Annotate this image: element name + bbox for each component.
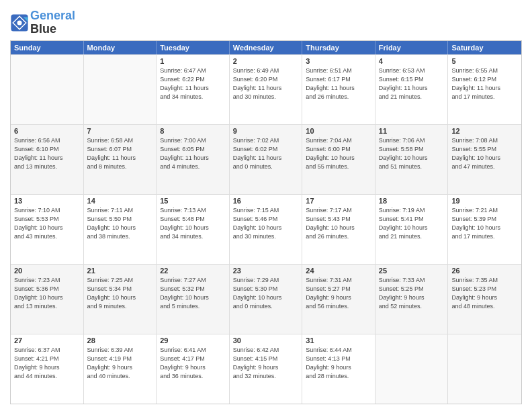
day-cell-22: 22Sunrise: 7:27 AM Sunset: 5:32 PM Dayli… bbox=[157, 265, 230, 334]
day-number: 30 bbox=[233, 336, 299, 345]
day-info: Sunrise: 7:04 AM Sunset: 6:00 PM Dayligh… bbox=[306, 136, 371, 171]
day-info: Sunrise: 6:49 AM Sunset: 6:20 PM Dayligh… bbox=[233, 66, 299, 101]
header: GeneralBlue bbox=[10, 7, 522, 36]
day-number: 11 bbox=[379, 127, 445, 135]
day-number: 16 bbox=[233, 197, 299, 205]
day-cell-17: 17Sunrise: 7:17 AM Sunset: 5:43 PM Dayli… bbox=[302, 195, 375, 264]
calendar-row-2: 6Sunrise: 6:56 AM Sunset: 6:10 PM Daylig… bbox=[11, 124, 521, 194]
day-cell-5: 5Sunrise: 6:55 AM Sunset: 6:12 PM Daylig… bbox=[448, 55, 521, 124]
day-info: Sunrise: 7:00 AM Sunset: 6:05 PM Dayligh… bbox=[160, 136, 226, 171]
day-cell-12: 12Sunrise: 7:08 AM Sunset: 5:55 PM Dayli… bbox=[448, 125, 521, 194]
day-cell-29: 29Sunrise: 6:41 AM Sunset: 4:17 PM Dayli… bbox=[157, 334, 230, 404]
day-number: 22 bbox=[160, 267, 226, 275]
day-number: 19 bbox=[451, 197, 518, 205]
day-cell-30: 30Sunrise: 6:42 AM Sunset: 4:15 PM Dayli… bbox=[230, 334, 303, 404]
day-cell-8: 8Sunrise: 7:00 AM Sunset: 6:05 PM Daylig… bbox=[157, 125, 230, 194]
day-number: 10 bbox=[306, 127, 371, 135]
day-info: Sunrise: 7:35 AM Sunset: 5:23 PM Dayligh… bbox=[451, 276, 518, 311]
day-cell-7: 7Sunrise: 6:58 AM Sunset: 6:07 PM Daylig… bbox=[84, 125, 157, 194]
day-cell-21: 21Sunrise: 7:25 AM Sunset: 5:34 PM Dayli… bbox=[84, 265, 157, 334]
day-cell-24: 24Sunrise: 7:31 AM Sunset: 5:27 PM Dayli… bbox=[302, 265, 375, 334]
day-cell-18: 18Sunrise: 7:19 AM Sunset: 5:41 PM Dayli… bbox=[375, 195, 449, 264]
day-info: Sunrise: 6:39 AM Sunset: 4:19 PM Dayligh… bbox=[87, 346, 153, 381]
day-number: 7 bbox=[87, 127, 153, 135]
day-info: Sunrise: 7:19 AM Sunset: 5:41 PM Dayligh… bbox=[379, 206, 445, 241]
day-info: Sunrise: 6:58 AM Sunset: 6:07 PM Dayligh… bbox=[87, 136, 153, 171]
day-cell-16: 16Sunrise: 7:15 AM Sunset: 5:46 PM Dayli… bbox=[230, 195, 303, 264]
day-number: 25 bbox=[379, 267, 445, 275]
day-number: 5 bbox=[451, 57, 518, 65]
day-number: 12 bbox=[451, 127, 518, 135]
logo-icon bbox=[10, 13, 29, 32]
day-info: Sunrise: 7:13 AM Sunset: 5:48 PM Dayligh… bbox=[160, 206, 226, 241]
calendar-row-5: 27Sunrise: 6:37 AM Sunset: 4:21 PM Dayli… bbox=[11, 334, 521, 404]
calendar-row-1: 1Sunrise: 6:47 AM Sunset: 6:22 PM Daylig… bbox=[11, 54, 521, 124]
day-number: 1 bbox=[160, 57, 226, 65]
day-number: 2 bbox=[233, 57, 299, 65]
day-cell-19: 19Sunrise: 7:21 AM Sunset: 5:39 PM Dayli… bbox=[448, 195, 521, 264]
day-number: 28 bbox=[87, 336, 153, 345]
day-cell-1: 1Sunrise: 6:47 AM Sunset: 6:22 PM Daylig… bbox=[157, 55, 230, 124]
empty-cell bbox=[11, 55, 84, 124]
calendar-row-3: 13Sunrise: 7:10 AM Sunset: 5:53 PM Dayli… bbox=[11, 194, 521, 264]
day-number: 9 bbox=[233, 127, 299, 135]
day-cell-2: 2Sunrise: 6:49 AM Sunset: 6:20 PM Daylig… bbox=[230, 55, 303, 124]
day-info: Sunrise: 7:21 AM Sunset: 5:39 PM Dayligh… bbox=[451, 206, 518, 241]
day-cell-26: 26Sunrise: 7:35 AM Sunset: 5:23 PM Dayli… bbox=[448, 265, 521, 334]
day-info: Sunrise: 6:56 AM Sunset: 6:10 PM Dayligh… bbox=[14, 136, 80, 171]
day-info: Sunrise: 6:37 AM Sunset: 4:21 PM Dayligh… bbox=[14, 346, 80, 381]
day-number: 3 bbox=[306, 57, 371, 65]
day-info: Sunrise: 6:42 AM Sunset: 4:15 PM Dayligh… bbox=[233, 346, 299, 381]
calendar: SundayMondayTuesdayWednesdayThursdayFrid… bbox=[10, 40, 522, 404]
day-number: 14 bbox=[87, 197, 153, 205]
day-number: 17 bbox=[306, 197, 371, 205]
empty-cell bbox=[448, 334, 521, 404]
day-number: 23 bbox=[233, 267, 299, 275]
day-info: Sunrise: 7:25 AM Sunset: 5:34 PM Dayligh… bbox=[87, 276, 153, 311]
calendar-row-4: 20Sunrise: 7:23 AM Sunset: 5:36 PM Dayli… bbox=[11, 264, 521, 334]
day-info: Sunrise: 7:10 AM Sunset: 5:53 PM Dayligh… bbox=[14, 206, 80, 241]
day-number: 29 bbox=[160, 336, 226, 345]
svg-point-2 bbox=[17, 20, 22, 25]
day-info: Sunrise: 7:23 AM Sunset: 5:36 PM Dayligh… bbox=[14, 276, 80, 311]
day-number: 18 bbox=[379, 197, 445, 205]
header-day-sunday: Sunday bbox=[11, 41, 84, 54]
header-day-thursday: Thursday bbox=[302, 41, 375, 54]
day-info: Sunrise: 7:33 AM Sunset: 5:25 PM Dayligh… bbox=[379, 276, 445, 311]
header-day-friday: Friday bbox=[375, 41, 449, 54]
day-number: 15 bbox=[160, 197, 226, 205]
day-cell-28: 28Sunrise: 6:39 AM Sunset: 4:19 PM Dayli… bbox=[84, 334, 157, 404]
day-number: 24 bbox=[306, 267, 371, 275]
day-number: 20 bbox=[14, 267, 80, 275]
empty-cell bbox=[84, 55, 157, 124]
calendar-header-row: SundayMondayTuesdayWednesdayThursdayFrid… bbox=[11, 41, 521, 54]
header-day-tuesday: Tuesday bbox=[157, 41, 230, 54]
day-info: Sunrise: 7:17 AM Sunset: 5:43 PM Dayligh… bbox=[306, 206, 371, 241]
day-number: 6 bbox=[14, 127, 80, 135]
day-info: Sunrise: 7:31 AM Sunset: 5:27 PM Dayligh… bbox=[306, 276, 371, 311]
day-info: Sunrise: 7:29 AM Sunset: 5:30 PM Dayligh… bbox=[233, 276, 299, 311]
day-cell-15: 15Sunrise: 7:13 AM Sunset: 5:48 PM Dayli… bbox=[157, 195, 230, 264]
header-day-monday: Monday bbox=[84, 41, 157, 54]
day-number: 27 bbox=[14, 336, 80, 345]
day-number: 13 bbox=[14, 197, 80, 205]
page: GeneralBlue SundayMondayTuesdayWednesday… bbox=[0, 0, 532, 411]
day-number: 8 bbox=[160, 127, 226, 135]
calendar-body: 1Sunrise: 6:47 AM Sunset: 6:22 PM Daylig… bbox=[11, 54, 521, 404]
empty-cell bbox=[375, 334, 449, 404]
day-cell-20: 20Sunrise: 7:23 AM Sunset: 5:36 PM Dayli… bbox=[11, 265, 84, 334]
day-cell-23: 23Sunrise: 7:29 AM Sunset: 5:30 PM Dayli… bbox=[230, 265, 303, 334]
day-number: 26 bbox=[451, 267, 518, 275]
day-cell-14: 14Sunrise: 7:11 AM Sunset: 5:50 PM Dayli… bbox=[84, 195, 157, 264]
day-info: Sunrise: 6:47 AM Sunset: 6:22 PM Dayligh… bbox=[160, 66, 226, 101]
day-cell-4: 4Sunrise: 6:53 AM Sunset: 6:15 PM Daylig… bbox=[375, 55, 449, 124]
day-info: Sunrise: 7:27 AM Sunset: 5:32 PM Dayligh… bbox=[160, 276, 226, 311]
day-info: Sunrise: 7:02 AM Sunset: 6:02 PM Dayligh… bbox=[233, 136, 299, 171]
day-info: Sunrise: 6:41 AM Sunset: 4:17 PM Dayligh… bbox=[160, 346, 226, 381]
day-cell-27: 27Sunrise: 6:37 AM Sunset: 4:21 PM Dayli… bbox=[11, 334, 84, 404]
header-day-saturday: Saturday bbox=[448, 41, 521, 54]
day-cell-11: 11Sunrise: 7:06 AM Sunset: 5:58 PM Dayli… bbox=[375, 125, 449, 194]
day-info: Sunrise: 6:55 AM Sunset: 6:12 PM Dayligh… bbox=[451, 66, 518, 101]
day-cell-25: 25Sunrise: 7:33 AM Sunset: 5:25 PM Dayli… bbox=[375, 265, 449, 334]
day-info: Sunrise: 6:53 AM Sunset: 6:15 PM Dayligh… bbox=[379, 66, 445, 101]
